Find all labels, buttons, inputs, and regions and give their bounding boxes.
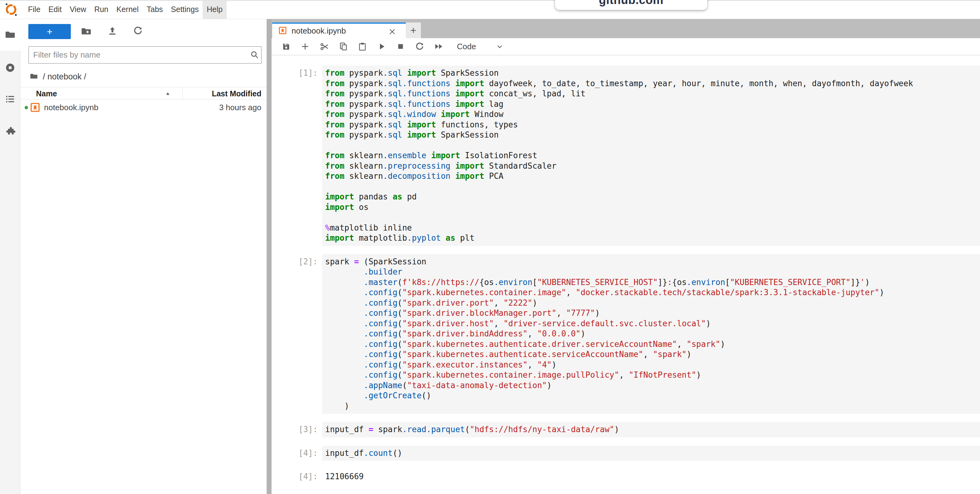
code-line: %matplotlib inline xyxy=(325,223,980,233)
notebook-scroll-area[interactable]: [1]:from pyspark.sql import SparkSession… xyxy=(272,56,980,494)
code-line: .appName("taxi-data-anomaly-detection") xyxy=(325,380,980,391)
new-launcher-button[interactable]: + xyxy=(28,24,71,39)
code-line xyxy=(325,212,980,223)
sidebar-icon-strip xyxy=(0,19,20,494)
file-row[interactable]: notebook.ipynb3 hours ago xyxy=(21,99,267,116)
file-browser-panel: + / notebook / Name Last Modified notebo… xyxy=(21,19,267,494)
code-line: .config("spark.kubernetes.container.imag… xyxy=(325,288,980,298)
upload-icon[interactable] xyxy=(107,26,118,37)
cell-editor[interactable]: spark = (SparkSession .builder .master(f… xyxy=(322,254,980,414)
search-icon xyxy=(250,50,259,59)
code-line: from sklearn.ensemble import IsolationFo… xyxy=(325,151,980,161)
column-header-last-modified[interactable]: Last Modified xyxy=(212,89,261,98)
code-line: .config("spark.driver.blockManager.port"… xyxy=(325,308,980,319)
code-line: input_df = spark.read.parquet("hdfs://hd… xyxy=(325,424,980,435)
code-line: from sklearn.decomposition import PCA xyxy=(325,171,980,182)
file-name: notebook.ipynb xyxy=(44,103,98,112)
code-line: from pyspark.sql import SparkSession xyxy=(325,130,980,140)
menu-view[interactable]: View xyxy=(65,0,90,19)
menu-help[interactable]: Help xyxy=(203,0,226,19)
code-line: .master(f'k8s://https://{os.environ["KUB… xyxy=(325,277,980,288)
code-line xyxy=(325,140,980,151)
new-tab-button[interactable]: + xyxy=(406,22,421,38)
fast-forward-icon[interactable] xyxy=(429,40,448,53)
input-prompt: [4]: xyxy=(298,446,318,461)
output-prompt: [4]: xyxy=(298,469,318,484)
folder-icon[interactable] xyxy=(5,29,15,40)
input-prompt: [2]: xyxy=(298,254,318,414)
code-line: from pyspark.sql.functions import dayofw… xyxy=(325,78,980,89)
code-line: 12106669 xyxy=(325,472,980,482)
close-tab-icon[interactable] xyxy=(388,27,396,36)
code-line: import os xyxy=(325,202,980,213)
home-folder-icon[interactable] xyxy=(30,72,38,81)
code-line: from sklearn.preprocessing import Standa… xyxy=(325,161,980,172)
code-line: .config("spark.kubernetes.authenticate.s… xyxy=(325,349,980,360)
file-last-modified: 3 hours ago xyxy=(219,103,261,112)
cell-editor[interactable]: input_df = spark.read.parquet("hdfs://hd… xyxy=(322,422,980,437)
browser-popup: github.com xyxy=(555,0,707,10)
code-line: import matplotlib.pyplot as plt xyxy=(325,233,980,243)
code-line: import pandas as pd xyxy=(325,192,980,202)
notebook-icon xyxy=(278,26,287,36)
cell-type-dropdown[interactable]: Code xyxy=(457,42,504,51)
menu-run[interactable]: Run xyxy=(90,0,112,19)
cell-editor[interactable]: input_df.count() xyxy=(322,446,980,461)
new-folder-icon[interactable] xyxy=(81,26,91,37)
code-line: from pyspark.sql import SparkSession xyxy=(325,68,980,78)
run-icon[interactable] xyxy=(372,40,391,53)
code-line: .config("spark.driver.host", "driver-ser… xyxy=(325,319,980,329)
code-cell-row: [2]:spark = (SparkSession .builder .mast… xyxy=(298,254,980,414)
panel-resize-handle[interactable] xyxy=(267,19,272,494)
menu-bar: FileEditViewRunKernelTabsSettingsHelp xyxy=(0,0,980,19)
breadcrumb[interactable]: / notebook / xyxy=(30,71,86,82)
column-divider xyxy=(182,87,183,100)
table-of-contents-icon[interactable] xyxy=(5,94,15,104)
menu-kernel[interactable]: Kernel xyxy=(112,0,143,19)
filter-files-input[interactable] xyxy=(28,46,262,64)
plus-icon: + xyxy=(410,24,417,37)
copy-icon[interactable] xyxy=(334,40,353,53)
restart-icon[interactable] xyxy=(410,40,429,53)
column-header-name[interactable]: Name xyxy=(36,89,57,98)
output-row: [4]:12106669 xyxy=(298,469,980,484)
code-line: ) xyxy=(325,401,980,411)
cell-editor[interactable]: from pyspark.sql import SparkSessionfrom… xyxy=(322,65,980,246)
code-line: spark = (SparkSession xyxy=(325,257,980,267)
tab-notebook[interactable]: notebook.ipynb xyxy=(272,22,406,38)
breadcrumb-path: / notebook / xyxy=(43,72,86,81)
refresh-icon[interactable] xyxy=(133,26,143,37)
tab-title: notebook.ipynb xyxy=(291,26,346,36)
running-kernels-icon[interactable] xyxy=(5,62,15,73)
code-cell-row: [4]:input_df.count() xyxy=(298,446,980,461)
code-line: from pyspark.sql.window import Window xyxy=(325,109,980,120)
notebook-icon xyxy=(30,102,40,113)
code-line: from pyspark.sql.functions import concat… xyxy=(325,89,980,99)
input-prompt: [3]: xyxy=(298,422,318,437)
code-cell-row: [1]:from pyspark.sql import SparkSession… xyxy=(298,65,980,246)
code-line: .getOrCreate() xyxy=(325,391,980,401)
chevron-down-icon xyxy=(496,43,504,51)
menu-edit[interactable]: Edit xyxy=(45,0,65,19)
code-line xyxy=(325,182,980,192)
cell-type-value: Code xyxy=(457,42,476,51)
paste-icon[interactable] xyxy=(353,40,372,53)
stop-icon[interactable] xyxy=(391,40,410,53)
add-cell-icon[interactable] xyxy=(296,40,315,53)
input-prompt: [1]: xyxy=(298,65,318,246)
code-line: .config("spark.driver.port", "2222") xyxy=(325,298,980,308)
sort-ascending-icon[interactable] xyxy=(165,91,171,97)
code-line: .config("spark.kubernetes.container.imag… xyxy=(325,370,980,380)
code-line: input_df.count() xyxy=(325,448,980,459)
code-line: .config("spark.driver.bindAddress", "0.0… xyxy=(325,329,980,339)
cut-icon[interactable] xyxy=(315,40,334,53)
menu-file[interactable]: File xyxy=(24,0,45,19)
code-line: .config("spark.kubernetes.authenticate.d… xyxy=(325,339,980,349)
extensions-icon[interactable] xyxy=(5,126,15,137)
save-icon[interactable] xyxy=(277,40,296,53)
notebook-toolbar: Code xyxy=(272,38,980,56)
cell-output: 12106669 xyxy=(322,469,980,484)
menu-settings[interactable]: Settings xyxy=(167,0,203,19)
menu-tabs[interactable]: Tabs xyxy=(143,0,167,19)
tab-bar: notebook.ipynb + xyxy=(272,19,980,38)
